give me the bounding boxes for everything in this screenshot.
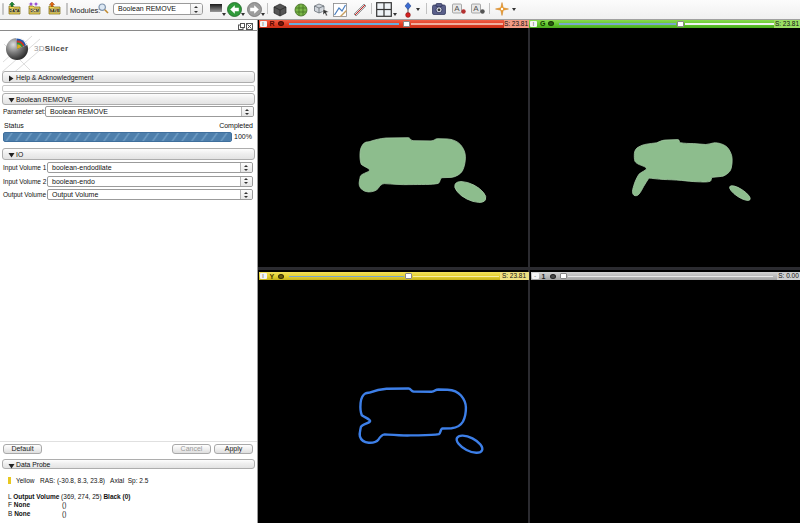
svg-text:A: A — [473, 4, 479, 13]
svg-text:DCM: DCM — [30, 9, 39, 13]
svg-text:A: A — [454, 4, 460, 13]
svg-text:SAVE: SAVE — [49, 9, 60, 13]
svg-text:DATA: DATA — [10, 9, 20, 13]
